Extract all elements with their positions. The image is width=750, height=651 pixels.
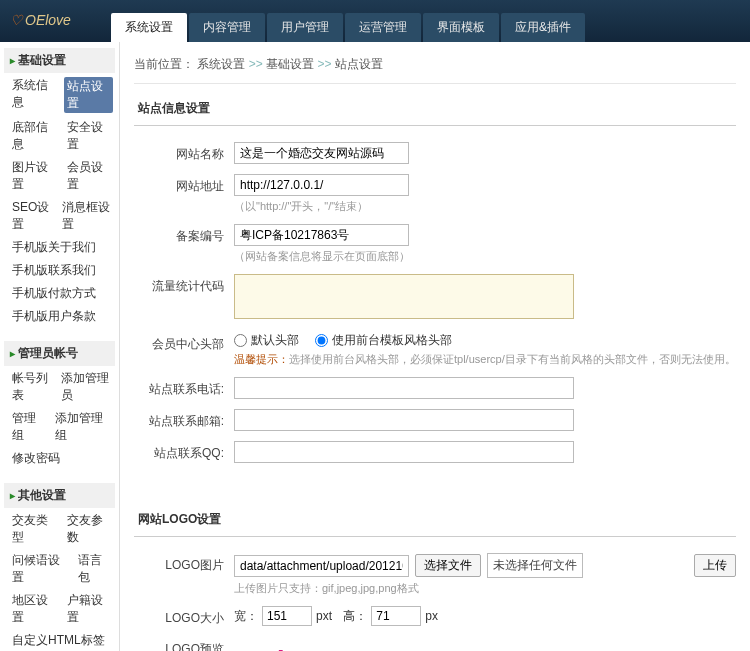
breadcrumb: 当前位置： 系统设置 >> 基础设置 >> 站点设置 — [134, 50, 736, 84]
sidebar-item[interactable]: 语言包 — [78, 552, 113, 586]
input-contact-qq[interactable] — [234, 441, 574, 463]
label-stat: 流量统计代码 — [134, 274, 234, 295]
sidebar-item[interactable]: 会员设置 — [67, 159, 114, 193]
tab-1[interactable]: 内容管理 — [189, 13, 265, 42]
tab-0[interactable]: 系统设置 — [111, 13, 187, 42]
radio-head-tpl[interactable] — [315, 334, 328, 347]
sidebar-item[interactable]: 交友类型 — [12, 512, 59, 546]
sidebar-item[interactable]: 底部信息 — [12, 119, 59, 153]
sidebar-section-title: 基础设置 — [4, 48, 115, 73]
hint-site-url: （以"http://"开头，"/"结束） — [234, 199, 736, 214]
brand-logo: ♡ OElove — [10, 12, 111, 42]
sidebar-item[interactable]: 管理组 — [12, 410, 47, 444]
section-logo-title: 网站LOGO设置 — [134, 503, 736, 537]
sidebar: 基础设置系统信息站点设置底部信息安全设置图片设置会员设置SEO设置消息框设置手机… — [0, 42, 120, 651]
sidebar-item[interactable]: 站点设置 — [64, 77, 114, 113]
sidebar-item[interactable]: 修改密码 — [12, 451, 60, 465]
sidebar-item[interactable]: 安全设置 — [67, 119, 114, 153]
heart-icon: ♡ — [10, 12, 23, 28]
label-site-name: 网站名称 — [134, 142, 234, 163]
label-logo-size: LOGO大小 — [134, 606, 234, 627]
label-contact-tel: 站点联系电话: — [134, 377, 234, 398]
label-site-url: 网站地址 — [134, 174, 234, 195]
sidebar-item[interactable]: 户籍设置 — [67, 592, 114, 626]
sidebar-item[interactable]: 添加管理员 — [61, 370, 113, 404]
main-tabs: 系统设置内容管理用户管理运营管理界面模板应用&插件 — [111, 13, 587, 42]
hint-icp: （网站备案信息将显示在页面底部） — [234, 249, 736, 264]
sidebar-item[interactable]: 帐号列表 — [12, 370, 53, 404]
radio-label-tpl: 使用前台模板风格头部 — [332, 332, 452, 349]
tab-2[interactable]: 用户管理 — [267, 13, 343, 42]
tab-4[interactable]: 界面模板 — [423, 13, 499, 42]
sidebar-item[interactable]: 地区设置 — [12, 592, 59, 626]
sidebar-item[interactable]: 系统信息 — [12, 77, 56, 113]
sidebar-item[interactable]: 手机版用户条款 — [12, 309, 96, 323]
radio-label-default: 默认头部 — [251, 332, 299, 349]
sidebar-item[interactable]: 自定义HTML标签 — [12, 633, 105, 647]
sidebar-item[interactable]: 问候语设置 — [12, 552, 70, 586]
input-icp[interactable] — [234, 224, 409, 246]
input-contact-mail[interactable] — [234, 409, 574, 431]
sidebar-item[interactable]: 消息框设置 — [62, 199, 113, 233]
file-status: 未选择任何文件 — [487, 553, 583, 578]
input-logo-height[interactable] — [371, 606, 421, 626]
label-logo-preview: LOGO预览 — [134, 637, 234, 651]
input-contact-tel[interactable] — [234, 377, 574, 399]
tab-3[interactable]: 运营管理 — [345, 13, 421, 42]
section-site-title: 站点信息设置 — [134, 92, 736, 126]
sidebar-item[interactable]: 添加管理组 — [55, 410, 113, 444]
input-site-url[interactable] — [234, 174, 409, 196]
sidebar-item[interactable]: 图片设置 — [12, 159, 59, 193]
tab-5[interactable]: 应用&插件 — [501, 13, 585, 42]
sidebar-section-title: 管理员帐号 — [4, 341, 115, 366]
sidebar-item[interactable]: 手机版联系我们 — [12, 263, 96, 277]
label-logo-img: LOGO图片 — [134, 553, 234, 574]
input-logo-width[interactable] — [262, 606, 312, 626]
choose-file-button[interactable]: 选择文件 — [415, 554, 481, 577]
sidebar-item[interactable]: 手机版付款方式 — [12, 286, 96, 300]
upload-button[interactable]: 上传 — [694, 554, 736, 577]
hint-member-head: 温馨提示：选择使用前台风格头部，必须保证tpl/usercp/目录下有当前风格的… — [234, 352, 736, 367]
sidebar-item[interactable]: 交友参数 — [67, 512, 114, 546]
textarea-stat[interactable] — [234, 274, 574, 319]
sidebar-item[interactable]: SEO设置 — [12, 199, 54, 233]
label-member-head: 会员中心头部 — [134, 332, 234, 353]
logo-preview-image: OElove OElove - 最专业的交友系统 — [234, 645, 736, 651]
hint-logo-img: 上传图片只支持：gif,jpeg,jpg,png格式 — [234, 581, 736, 596]
radio-head-default[interactable] — [234, 334, 247, 347]
sidebar-item[interactable]: 手机版关于我们 — [12, 240, 96, 254]
input-site-name[interactable] — [234, 142, 409, 164]
label-contact-mail: 站点联系邮箱: — [134, 409, 234, 430]
sidebar-section-title: 其他设置 — [4, 483, 115, 508]
input-logo-path[interactable] — [234, 555, 409, 577]
label-icp: 备案编号 — [134, 224, 234, 245]
label-contact-qq: 站点联系QQ: — [134, 441, 234, 462]
